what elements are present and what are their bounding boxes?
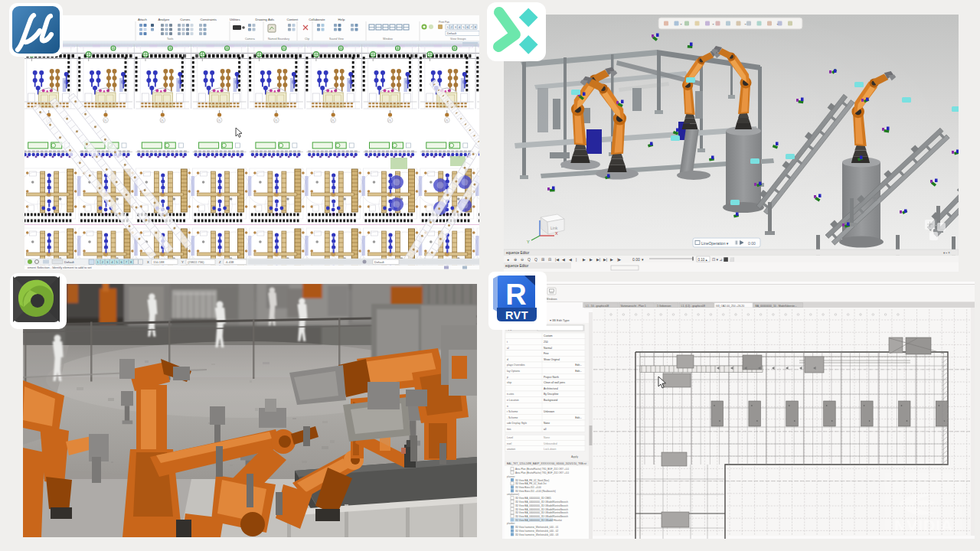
svg-text:all: all [544, 428, 547, 431]
svg-text:3D View Isometrie_Werkstruktk: 3D View Isometrie_Werkstruktk_040 - 02 [515, 530, 558, 533]
svg-text:Normal: Normal [544, 347, 552, 350]
svg-text:3D View BA_00000000_3D I-Mode: 3D View BA_00000000_3D I-ModellKontrollb… [515, 504, 568, 507]
svg-text:4: 4 [459, 26, 460, 29]
svg-text:BA_00000000_10 - Modellüberste: BA_00000000_10 - Modellüberste... [756, 305, 797, 308]
svg-text:0.00: 0.00 [632, 257, 640, 262]
svg-text:Camera: Camera [245, 37, 255, 41]
svg-text:▶|: ▶| [596, 257, 600, 262]
svg-text:equence Editor: equence Editor [505, 264, 529, 268]
svg-text:Edit...: Edit... [575, 364, 582, 367]
svg-text:Utilities: Utilities [230, 18, 240, 21]
svg-text:Show Original: Show Original [544, 358, 560, 361]
svg-text:X: X [147, 260, 149, 264]
svg-text:7: 7 [471, 26, 472, 29]
svg-text:n.utes: n.utes [507, 393, 514, 396]
svg-text:Architectural: Architectural [544, 387, 558, 390]
svg-text:t: t [507, 341, 508, 344]
svg-text:3D View BA_00000000_3D CM65: 3D View BA_00000000_3D CM65 [515, 497, 551, 500]
svg-text:Default: Default [447, 32, 457, 35]
svg-text:0:00: 0:00 [748, 241, 756, 246]
svg-text:3D View BA_00000000_3D I-Mode: 3D View BA_00000000_3D I-Modell Häuslat [515, 519, 562, 522]
svg-text:p: p [507, 376, 508, 379]
svg-text:View Groups: View Groups [450, 37, 466, 41]
svg-text:Default: Default [374, 260, 385, 264]
svg-text:0.10 ▴: 0.10 ▴ [698, 258, 708, 262]
svg-text:|: | [576, 257, 577, 262]
svg-text:6: 6 [466, 26, 468, 29]
svg-text:r Scheme: r Scheme [507, 410, 518, 413]
svg-text:8: 8 [475, 26, 476, 29]
svg-text:Apply: Apply [571, 455, 578, 458]
svg-text:▾: ▾ [681, 22, 682, 26]
svg-text:⊡ ▾ ⊿ ⬛ ⬜: ⊡ ▾ ⊿ ⬛ ⬜ [712, 257, 735, 262]
svg-text:Curves: Curves [180, 18, 190, 21]
svg-text:X: X [555, 231, 558, 236]
svg-text:Clean all wall joins: Clean all wall joins [544, 381, 565, 384]
svg-text:umplanner): umplanner) [507, 493, 519, 496]
svg-text:5: 5 [462, 26, 464, 29]
svg-text:Y: Y [181, 260, 184, 264]
svg-text:ement Selection - Identify ele: ement Selection - Identify element to ad… [28, 266, 92, 269]
svg-text:Area Plan (BruttoFläche) TK0_: Area Plan (BruttoFläche) TK0_BGF_Z01 OKY… [515, 468, 569, 471]
svg-text:250: 250 [544, 341, 548, 344]
svg-text:G3_OA2-00_250 +26.20: G3_OA2-00_250 +26.20 [716, 305, 744, 308]
svg-text:Clip: Clip [305, 37, 309, 41]
svg-text:Help: Help [338, 18, 345, 21]
svg-text:1: 1 [446, 26, 448, 29]
svg-text:2: 2 [451, 26, 452, 29]
svg-text:Analyze: Analyze [158, 18, 170, 21]
svg-text:By Discipline: By Discipline [544, 393, 559, 396]
svg-text:NVIDIA: NVIDIA [894, 517, 953, 534]
svg-text:Background: Background [544, 399, 557, 402]
svg-text:unation: unation [507, 448, 515, 451]
svg-text:Constraints: Constraints [201, 18, 217, 21]
svg-text:d: d [507, 358, 508, 361]
svg-text:▶: ▶ [610, 257, 613, 262]
svg-text:3: 3 [455, 26, 456, 29]
svg-text:Fine: Fine [544, 352, 549, 355]
svg-text:▾ ▪ ×: ▾ ▪ × [943, 251, 950, 255]
svg-text:L1, (L1) - graphics08: L1, (L1) - graphics08 [681, 305, 705, 308]
svg-text:R: R [505, 279, 526, 311]
svg-text:Project North: Project North [544, 376, 559, 379]
svg-text:None: None [544, 422, 550, 425]
svg-text:Content: Content [286, 18, 299, 21]
svg-text:▶: ▶ [583, 257, 586, 262]
svg-text:n: n [507, 405, 508, 408]
svg-text:Unknown: Unknown [544, 410, 554, 413]
svg-text:equence Editor: equence Editor [506, 251, 530, 255]
svg-text:planber: planber [507, 522, 516, 525]
svg-text:3D View Isometrie_Werkstruktk: 3D View Isometrie_Werkstruktk_040 - 01 [515, 526, 558, 529]
svg-text:Named Boundary: Named Boundary [268, 37, 289, 41]
svg-text:(23822.736): (23822.736) [188, 260, 204, 264]
svg-text:3D View Bäro Z01 +4.00: 3D View Bäro Z01 +4.00 [515, 486, 541, 489]
svg-text:⊖: ⊖ [521, 257, 524, 262]
svg-text:⊞: ⊞ [541, 257, 544, 262]
svg-text:ude Display Style: ude Display Style [507, 422, 527, 425]
svg-text:Edit...: Edit... [575, 370, 582, 373]
svg-text:▶|: ▶| [603, 257, 607, 262]
svg-text:⊟: ⊟ [548, 257, 551, 262]
svg-text:Q: Q [528, 257, 531, 262]
svg-text:Unbounded: Unbounded [544, 442, 557, 445]
svg-text:▾: ▾ [713, 22, 714, 26]
svg-text:150.188: 150.188 [153, 260, 165, 264]
svg-text:Q: Q [534, 257, 537, 262]
svg-text:Link: Link [550, 226, 558, 230]
svg-text:Window: Window [383, 37, 393, 41]
svg-text:L1 - 10 - graphics08: L1 - 10 - graphics08 [586, 305, 609, 308]
svg-text:ttes: ttes [507, 428, 511, 431]
svg-text:Print Pan: Print Pan [439, 21, 449, 24]
svg-text:e Location: e Location [507, 399, 519, 402]
svg-text:3D View BA_00000000_3D I-Mode: 3D View BA_00000000_3D I-ModellKontrollb… [515, 500, 568, 504]
svg-text:Z: Z [219, 260, 221, 264]
svg-text:|◀: |◀ [555, 257, 559, 262]
svg-text:◀: ◀ [562, 257, 565, 262]
svg-text:plays Overrides: plays Overrides [507, 364, 525, 367]
svg-text:Y: Y [527, 240, 530, 244]
svg-text:LineOperation ▾: LineOperation ▾ [701, 241, 729, 246]
svg-text:3D View Isometrie_Werkstruktk: 3D View Isometrie_Werkstruktk_040 - 03 [515, 533, 558, 536]
svg-text:3D View BA_00000000_3D I-Mode: 3D View BA_00000000_3D I-ModellKontrollb… [515, 508, 568, 511]
svg-text:Attach: Attach [138, 18, 148, 21]
svg-text:lay Options: lay Options [507, 370, 520, 373]
